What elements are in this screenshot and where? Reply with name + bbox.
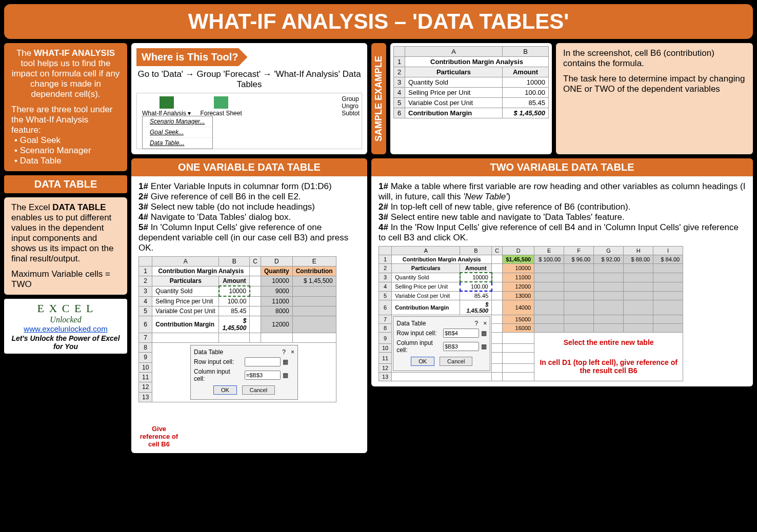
- cancel-button-2[interactable]: Cancel: [440, 357, 472, 366]
- tools-lead: There are three tool under the What-If A…: [11, 105, 120, 135]
- sample-table-card: AB 1Contribution Margin Analysis 2Partic…: [390, 43, 552, 154]
- max-var-text: Maximum Variable cells = TWO: [11, 269, 120, 290]
- sidebar: The WHAT-IF ANALYSIS tool helps us to fi…: [4, 43, 127, 453]
- sample-tab: SAMPLE EXAMPLE: [371, 43, 386, 154]
- ribbon-mock: What-If Analysis ▾ Forecast Sheet GroupU…: [136, 93, 362, 149]
- menu-goalseek[interactable]: Goal Seek...: [143, 127, 212, 138]
- two-step-1: 1# Make a table where first variable are…: [378, 181, 746, 202]
- datatable-body: The Excel DATA TABLE enables us to put d…: [11, 202, 120, 264]
- tools-list: Goal Seek Scenario Manager Data Table: [11, 135, 120, 166]
- two-var-table: ABCDEFGHI 1Contribution Margin Analysis$…: [378, 246, 683, 381]
- ribbon-side: GroupUngroSubtot: [342, 95, 360, 147]
- where-path: Go to 'Data' → Group 'Forecast' → 'What-…: [136, 69, 362, 90]
- datatable-dialog: Data Table? × Row input cell:▦ Column in…: [190, 345, 298, 400]
- one-step-1: 1# Enter Variable Inputs in columnar for…: [138, 181, 360, 192]
- col-input-cell[interactable]: [245, 371, 281, 380]
- one-var-header: ONE VARIABLE DATA TABLE: [131, 158, 367, 176]
- two-step-3: 3# Select entire new table and navigate …: [378, 212, 746, 222]
- page-title: WHAT-IF ANALYSIS – 'DATA TABLES': [4, 4, 753, 39]
- one-step-4: 4# Navigate to 'Data Tables' dialog box.: [138, 212, 360, 222]
- one-step-5: 5# In 'Column Input Cells' give referenc…: [138, 222, 360, 253]
- sample-row: SAMPLE EXAMPLE AB 1Contribution Margin A…: [371, 43, 753, 154]
- one-var-section: ONE VARIABLE DATA TABLE 1# Enter Variabl…: [131, 158, 367, 453]
- logo-block: E X C E L Unlocked www.excelunlocked.com…: [4, 299, 127, 354]
- tool-item: Scenario Manager: [14, 146, 120, 156]
- menu-datatable[interactable]: Data Table...: [143, 138, 212, 149]
- cancel-button[interactable]: Cancel: [242, 385, 275, 395]
- one-step-3: 3# Select new table (do not include head…: [138, 202, 360, 212]
- two-var-section: TWO VARIABLE DATA TABLE 1# Make a table …: [371, 158, 753, 453]
- where-tool-card: Where is This Tool? Go to 'Data' → Group…: [131, 43, 367, 154]
- ok-button-2[interactable]: OK: [411, 357, 434, 366]
- sample-explain: In the screenshot, cell B6 (contribution…: [556, 43, 753, 154]
- two-var-header: TWO VARIABLE DATA TABLE: [371, 158, 753, 176]
- row-input-cell-2[interactable]: [443, 329, 479, 338]
- col-input-cell-2[interactable]: [443, 342, 479, 351]
- explain-1: In the screenshot, cell B6 (contribution…: [563, 48, 746, 69]
- ok-button[interactable]: OK: [213, 385, 237, 395]
- where-label: Where is This Tool?: [136, 48, 248, 66]
- one-annot: Give reference of cell B6: [138, 425, 180, 448]
- logo-text: E X C E L: [7, 302, 124, 315]
- menu-scenario[interactable]: Scenario Manager...: [143, 116, 212, 127]
- datatable-header: DATA TABLE: [4, 175, 127, 193]
- datatable-card: The Excel DATA TABLE enables us to put d…: [4, 197, 127, 295]
- tool-item: Data Table: [14, 156, 120, 166]
- row-input-cell[interactable]: [245, 357, 281, 366]
- whatif-dropdown: Scenario Manager... Goal Seek... Data Ta…: [142, 116, 213, 149]
- one-var-table: ABCDE 1Contribution Margin AnalysisQuant…: [138, 256, 336, 402]
- two-step-4: 4# In the 'Row Input Cells' give referen…: [378, 222, 746, 243]
- tagline: Let's Unlock the Power of Excel for You: [7, 334, 124, 351]
- intro-text: The WHAT-IF ANALYSIS tool helps us to fi…: [11, 48, 120, 99]
- logo-sub: Unlocked: [7, 315, 124, 324]
- intro-card: The WHAT-IF ANALYSIS tool helps us to fi…: [4, 43, 127, 171]
- one-step-2: 2# Give reference of cell B6 in the cell…: [138, 192, 360, 202]
- tool-item: Goal Seek: [14, 135, 120, 146]
- two-step-2: 2# In top-left cell of new table, give r…: [378, 202, 746, 212]
- sample-table: AB 1Contribution Margin Analysis 2Partic…: [393, 46, 549, 118]
- explain-2: The task here to determine impact by cha…: [563, 74, 746, 94]
- datatable-dialog-2: Data Table? × Row input cell:▦ Column in…: [393, 316, 490, 371]
- website-link[interactable]: www.excelunlocked.com: [24, 324, 107, 333]
